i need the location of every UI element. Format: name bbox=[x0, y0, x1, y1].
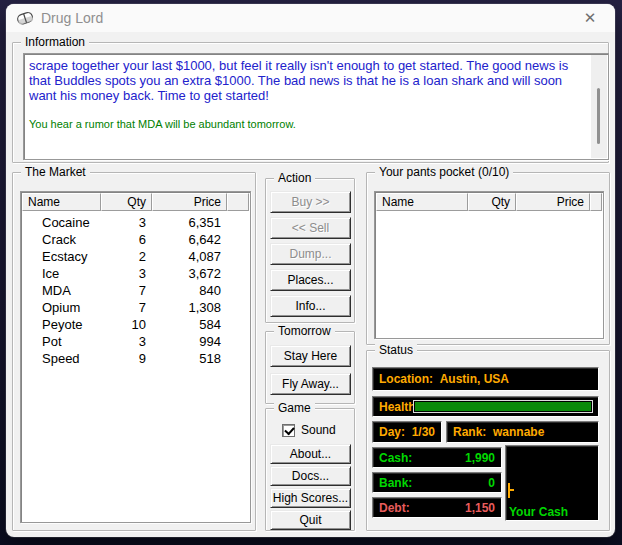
high-scores-button[interactable]: High Scores... bbox=[270, 488, 351, 508]
information-text: scrape together your last $1000, but fee… bbox=[24, 54, 591, 159]
sound-option: Sound bbox=[282, 423, 336, 437]
market-row-ice[interactable]: Ice33,672 bbox=[22, 265, 249, 282]
debt-display: Debt:1,150 bbox=[372, 497, 502, 518]
market-header: Name Qty Price bbox=[22, 193, 249, 211]
location-value: Austin, USA bbox=[440, 372, 509, 386]
places-button[interactable]: Places... bbox=[270, 269, 351, 291]
information-scrollbar-thumb[interactable] bbox=[597, 88, 600, 144]
market-row-opium[interactable]: Opium71,308 bbox=[22, 299, 249, 316]
day-display: Day:1/30 bbox=[372, 421, 442, 443]
cash-display: Cash:1,990 bbox=[372, 447, 502, 468]
market-row-crack[interactable]: Crack66,642 bbox=[22, 231, 249, 248]
pocket-group-label: Your pants pocket (0/10) bbox=[375, 165, 513, 180]
sound-checkbox[interactable] bbox=[282, 424, 295, 437]
game-group-label: Game bbox=[274, 401, 315, 416]
cash-label: Cash: bbox=[379, 451, 412, 465]
debt-value: 1,150 bbox=[465, 501, 495, 515]
cash-graph-label: Your Cash bbox=[509, 505, 568, 519]
status-group-label: Status bbox=[375, 343, 417, 358]
dump-button: Dump... bbox=[270, 243, 351, 265]
health-bar bbox=[413, 400, 593, 413]
market-column-name[interactable]: Name bbox=[22, 193, 101, 211]
market-row-peyote[interactable]: Peyote10584 bbox=[22, 316, 249, 333]
rumor-text: You hear a rumor that MDA will be abunda… bbox=[29, 118, 589, 131]
pocket-column-price[interactable]: Price bbox=[516, 193, 590, 211]
pocket-group: Your pants pocket (0/10) Name Qty Price bbox=[366, 172, 610, 345]
docs-button[interactable]: Docs... bbox=[270, 466, 351, 486]
story-text: scrape together your last $1000, but fee… bbox=[29, 58, 589, 103]
quit-button[interactable]: Quit bbox=[270, 510, 351, 530]
rank-label: Rank: bbox=[453, 425, 486, 439]
tomorrow-group-label: Tomorrow bbox=[274, 324, 335, 339]
market-group: The Market Name Qty Price Cocaine36,351 … bbox=[12, 172, 256, 531]
day-value: 1/30 bbox=[412, 425, 435, 439]
market-row-cocaine[interactable]: Cocaine36,351 bbox=[22, 214, 249, 231]
cash-value: 1,990 bbox=[465, 451, 495, 465]
cash-graph-point bbox=[508, 483, 510, 498]
cash-graph: Your Cash bbox=[505, 445, 599, 521]
market-group-label: The Market bbox=[21, 165, 90, 180]
market-column-price[interactable]: Price bbox=[152, 193, 227, 211]
health-display: Health: bbox=[372, 396, 599, 417]
information-textbox[interactable]: scrape together your last $1000, but fee… bbox=[23, 53, 609, 160]
debt-label: Debt: bbox=[379, 501, 410, 515]
bank-label: Bank: bbox=[379, 476, 412, 490]
buy-button: Buy >> bbox=[270, 191, 351, 213]
market-row-ecstacy[interactable]: Ecstacy24,087 bbox=[22, 248, 249, 265]
information-group: Information scrape together your last $1… bbox=[12, 42, 609, 163]
market-listview: Name Qty Price Cocaine36,351 Crack66,642… bbox=[20, 191, 251, 523]
sound-label: Sound bbox=[301, 423, 336, 437]
location-display: Location: Austin, USA bbox=[372, 367, 599, 391]
bank-display: Bank:0 bbox=[372, 472, 502, 493]
market-column-filler bbox=[227, 193, 249, 211]
pocket-header: Name Qty Price bbox=[376, 193, 602, 211]
fly-away-button[interactable]: Fly Away... bbox=[270, 373, 351, 395]
market-rows: Cocaine36,351 Crack66,642 Ecstacy24,087 … bbox=[22, 214, 249, 367]
market-row-speed[interactable]: Speed9518 bbox=[22, 350, 249, 367]
information-scrollbar bbox=[591, 55, 607, 158]
market-row-pot[interactable]: Pot3994 bbox=[22, 333, 249, 350]
window-title: Drug Lord bbox=[41, 10, 103, 26]
location-label: Location: bbox=[379, 372, 433, 386]
pocket-column-filler bbox=[590, 193, 602, 211]
rank-display: Rank: wannabe bbox=[446, 421, 599, 443]
info-button[interactable]: Info... bbox=[270, 295, 351, 317]
market-row-mda[interactable]: MDA7840 bbox=[22, 282, 249, 299]
sell-button: << Sell bbox=[270, 217, 351, 239]
drug-lord-window: Drug Lord ✕ Information scrape together … bbox=[6, 4, 615, 537]
day-label: Day: bbox=[379, 425, 405, 439]
market-column-qty[interactable]: Qty bbox=[101, 193, 152, 211]
pocket-column-qty[interactable]: Qty bbox=[468, 193, 516, 211]
pill-icon bbox=[16, 9, 34, 27]
rank-value: wannabe bbox=[493, 425, 544, 439]
health-bar-fill bbox=[415, 402, 591, 411]
about-button[interactable]: About... bbox=[270, 444, 351, 464]
close-icon[interactable]: ✕ bbox=[579, 8, 601, 28]
pocket-column-name[interactable]: Name bbox=[376, 193, 468, 211]
stay-here-button[interactable]: Stay Here bbox=[270, 345, 351, 367]
action-group-label: Action bbox=[274, 171, 315, 186]
bank-value: 0 bbox=[488, 476, 495, 490]
pocket-listview: Name Qty Price bbox=[374, 191, 604, 339]
information-group-label: Information bbox=[21, 35, 89, 50]
title-bar: Drug Lord ✕ bbox=[6, 4, 615, 32]
